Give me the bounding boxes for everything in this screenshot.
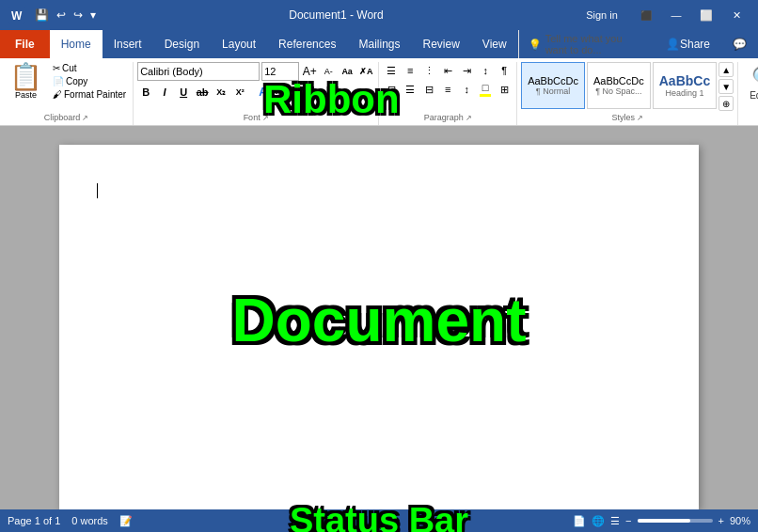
cut-label: Cut [62,63,77,73]
share-btn[interactable]: 👤 Share [655,30,721,58]
zoom-slider[interactable] [638,519,713,523]
para-expand-icon[interactable]: ↗ [466,114,472,122]
outdent-btn[interactable]: ⇤ [439,62,456,79]
paragraph-group: ☰ ≡ ⋮ ⇤ ⇥ ↕ ¶ ⊟ ☰ ⊟ ≡ ↕ □ [379,62,517,125]
paste-icon: 📋 [9,64,42,90]
view-web-btn[interactable]: 🌐 [592,515,605,527]
view-print-btn[interactable]: 📄 [573,515,586,527]
paste-btn[interactable]: 📋 Paste [4,62,48,102]
save-quick-btn[interactable]: 💾 [32,7,52,23]
styles-gallery: AaBbCcDc ¶ Normal AaBbCcDc ¶ No Spac... … [521,62,717,109]
text-effects-btn[interactable]: A [256,85,270,100]
lightbulb-icon: 💡 [529,39,542,51]
multilevel-btn[interactable]: ⋮ [420,62,437,79]
styles-scroll: ▲ ▼ ⊕ [719,62,734,111]
document-page[interactable]: Document [59,145,699,509]
comment-btn[interactable]: 💬 [721,30,758,58]
tab-review[interactable]: Review [411,30,470,58]
status-right: 📄 🌐 ☰ − + 90% [573,515,750,527]
style-no-spacing[interactable]: AaBbCcDc ¶ No Spac... [587,62,651,109]
redo-quick-btn[interactable]: ↪ [71,7,86,23]
title-bar-left: W 💾 ↩ ↪ ▾ [8,6,99,24]
italic-btn[interactable]: I [156,84,173,101]
styles-scroll-down[interactable]: ▼ [719,79,734,94]
font-expand-icon[interactable]: ↗ [262,114,269,122]
indent-btn[interactable]: ⇥ [458,62,475,79]
signin-btn[interactable]: Sign in [574,2,630,28]
numbering-btn[interactable]: ≡ [402,62,418,79]
normal-style-text: AaBbCcDc [528,75,578,86]
superscript-btn[interactable]: X² [231,84,248,101]
cut-btn[interactable]: ✂ Cut [50,62,129,74]
undo-quick-btn[interactable]: ↩ [54,7,69,23]
menu-bar: File Home Insert Design Layout Reference… [0,30,758,58]
tab-mailings[interactable]: Mailings [347,30,411,58]
copy-label: Copy [66,76,87,86]
styles-expand-btn[interactable]: ⊕ [719,96,734,111]
copy-icon: 📄 [53,76,64,86]
align-center-btn[interactable]: ☰ [402,81,418,98]
word-icon: W [8,6,26,24]
editing-area: 🔍 Editing [742,62,758,104]
underline-btn[interactable]: U [175,84,192,101]
tab-view[interactable]: View [471,30,518,58]
styles-expand-icon[interactable]: ↗ [637,114,643,122]
cut-icon: ✂ [53,63,60,73]
shading-color-bar [480,94,491,97]
tab-insert[interactable]: Insert [103,30,153,58]
sort-btn[interactable]: ↕ [477,62,494,79]
styles-scroll-up[interactable]: ▲ [719,62,734,77]
clipboard-expand-icon[interactable]: ↗ [82,114,88,122]
restore-btn[interactable]: ⬛ [632,2,660,28]
minimize-btn[interactable]: — [662,2,690,28]
shrink-font-btn[interactable]: A- [320,63,337,80]
align-right-btn[interactable]: ⊟ [420,81,437,98]
strikethrough-btn[interactable]: ab [194,84,211,101]
grow-font-btn[interactable]: A+ [301,63,318,80]
styles-content: AaBbCcDc ¶ Normal AaBbCcDc ¶ No Spac... … [521,62,734,111]
font-size-input[interactable] [261,62,299,81]
zoom-track [638,519,690,523]
search-icon[interactable]: 🔍 [751,66,758,90]
file-tab[interactable]: File [0,30,50,58]
proofing-icon[interactable]: 📝 [119,515,133,527]
tab-design[interactable]: Design [153,30,211,58]
word-count: 0 words [71,515,108,526]
maximize-btn[interactable]: ⬜ [692,2,720,28]
styles-group: AaBbCcDc ¶ Normal AaBbCcDc ¶ No Spac... … [517,62,738,125]
zoom-level[interactable]: 90% [730,515,750,526]
bullets-btn[interactable]: ☰ [383,62,400,79]
tab-layout[interactable]: Layout [211,30,267,58]
tab-home[interactable]: Home [50,30,103,58]
subscript-btn[interactable]: X₂ [213,84,229,101]
borders-btn[interactable]: ⊞ [496,81,513,98]
styles-label: Styles ↗ [521,111,734,125]
style-normal[interactable]: AaBbCcDc ¶ Normal [521,62,585,109]
zoom-out-btn[interactable]: − [625,515,631,526]
paragraph-label: Paragraph ↗ [383,111,513,125]
font-group: A+ A- Aa ✗A B I U ab X₂ X² A [134,62,379,125]
zoom-in-btn[interactable]: + [719,515,724,526]
font-color-btn[interactable]: A [291,83,308,102]
tab-references[interactable]: References [267,30,347,58]
format-painter-btn[interactable]: 🖌 Format Painter [50,88,129,101]
change-case-btn[interactable]: Aa [339,63,355,80]
qa-dropdown-btn[interactable]: ▾ [87,7,99,23]
svg-text:W: W [11,9,23,23]
line-spacing-btn[interactable]: ↕ [458,81,475,98]
justify-btn[interactable]: ≡ [439,81,456,98]
bold-btn[interactable]: B [137,84,154,101]
clear-format-btn[interactable]: ✗A [357,63,374,80]
shading-icon: □ [482,82,489,93]
text-highlight-btn[interactable]: ab [272,84,289,101]
ribbon: Ribbon 📋 Paste ✂ Cut 📄 Copy 🖌 Format Pai… [0,58,758,126]
align-left-btn[interactable]: ⊟ [383,81,400,98]
font-family-input[interactable] [137,62,260,81]
shading-btn[interactable]: □ [477,81,494,98]
tell-me-input[interactable]: 💡 Tell me what you want to do... [518,30,655,58]
show-marks-btn[interactable]: ¶ [496,62,513,79]
view-outline-btn[interactable]: ☰ [610,515,620,527]
copy-btn[interactable]: 📄 Copy [50,75,129,87]
style-heading1[interactable]: AaBbCc Heading 1 [653,62,717,109]
close-btn[interactable]: ✕ [722,2,750,28]
